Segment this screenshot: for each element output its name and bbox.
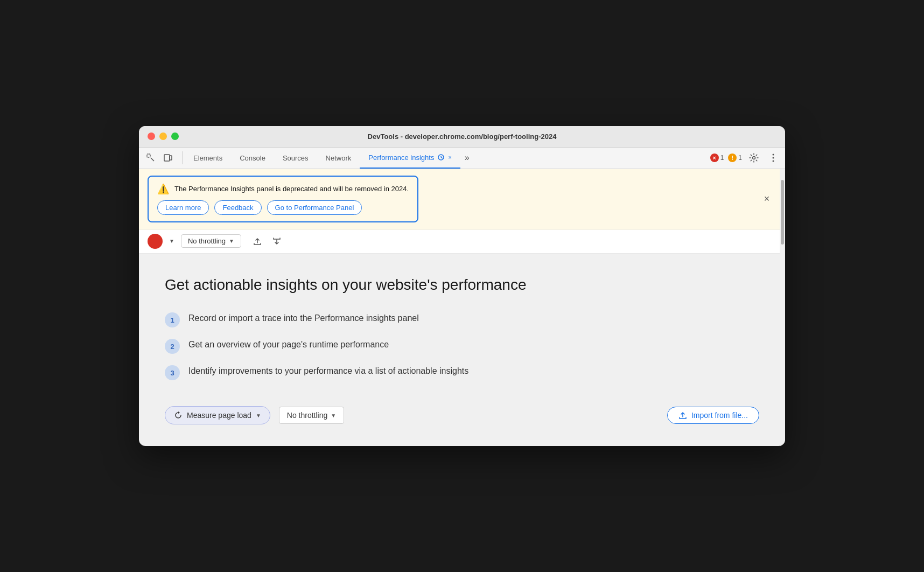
banner-message: The Performance Insights panel is deprec… <box>174 185 409 193</box>
step-text-1: Record or import a trace into the Perfor… <box>188 312 419 325</box>
step-text-3: Identify improvements to your performanc… <box>188 365 468 378</box>
import-icon[interactable] <box>269 234 284 249</box>
svg-rect-2 <box>164 155 170 161</box>
throttle-select[interactable]: No throttling ▼ <box>279 407 344 424</box>
controls-bar: ▼ No throttling ▼ <box>139 229 785 254</box>
scrollbar[interactable] <box>780 169 785 446</box>
go-to-performance-button[interactable]: Go to Performance Panel <box>267 200 362 215</box>
maximize-button[interactable] <box>171 132 179 140</box>
record-dropdown-arrow[interactable]: ▼ <box>169 238 174 244</box>
deprecation-banner-area: ⚠️ The Performance Insights panel is dep… <box>139 169 785 229</box>
toolbar-right: × 1 ! 1 <box>710 150 781 165</box>
actions-row: Measure page load ▼ No throttling ▼ Impo… <box>165 406 759 424</box>
step-item-2: 2 Get an overview of your page's runtime… <box>165 338 759 354</box>
banner-text-row: ⚠️ The Performance Insights panel is dep… <box>157 183 409 195</box>
svg-point-7 <box>753 157 755 159</box>
throttle-chevron: ▼ <box>331 413 336 418</box>
import-from-file-button[interactable]: Import from file... <box>667 407 759 424</box>
tab-console[interactable]: Console <box>231 147 274 169</box>
devtools-main: ⚠️ The Performance Insights panel is dep… <box>139 169 785 446</box>
svg-point-10 <box>773 161 774 162</box>
close-button[interactable] <box>148 132 155 140</box>
step-number-3: 3 <box>165 365 180 380</box>
steps-list: 1 Record or import a trace into the Perf… <box>165 312 759 380</box>
tab-sources[interactable]: Sources <box>274 147 317 169</box>
more-tabs-button[interactable]: » <box>460 147 474 169</box>
svg-line-1 <box>151 158 154 161</box>
minimize-button[interactable] <box>159 132 167 140</box>
devtools-toolbar: Elements Console Sources Network Perform… <box>139 148 785 169</box>
feedback-button[interactable]: Feedback <box>214 200 261 215</box>
banner-warning-icon: ⚠️ <box>157 183 169 195</box>
scrollbar-thumb[interactable] <box>781 180 784 245</box>
step-number-2: 2 <box>165 339 180 354</box>
svg-point-9 <box>773 157 774 159</box>
titlebar: DevTools - developer.chrome.com/blog/per… <box>139 126 785 148</box>
measure-page-load-button[interactable]: Measure page load ▼ <box>165 406 270 424</box>
main-content: Get actionable insights on your website'… <box>139 254 785 446</box>
page-heading: Get actionable insights on your website'… <box>165 275 759 295</box>
svg-point-8 <box>773 154 774 156</box>
export-icon[interactable] <box>250 234 265 249</box>
banner-close-button[interactable]: × <box>759 191 774 206</box>
step-number-1: 1 <box>165 312 180 327</box>
svg-line-6 <box>441 157 443 158</box>
error-badge[interactable]: × 1 <box>710 154 724 162</box>
traffic-lights <box>148 132 179 140</box>
window-title: DevTools - developer.chrome.com/blog/per… <box>368 132 557 141</box>
settings-icon[interactable] <box>746 150 761 165</box>
measure-chevron: ▼ <box>256 413 261 418</box>
deprecation-banner: ⚠️ The Performance Insights panel is dep… <box>148 176 418 222</box>
performance-icon <box>437 154 445 161</box>
learn-more-button[interactable]: Learn more <box>157 200 209 215</box>
step-item-1: 1 Record or import a trace into the Perf… <box>165 312 759 327</box>
upload-icons <box>250 234 284 249</box>
warn-badge[interactable]: ! 1 <box>728 154 742 162</box>
record-button[interactable] <box>148 234 163 249</box>
step-text-2: Get an overview of your page's runtime p… <box>188 338 389 351</box>
inspect-element-icon[interactable] <box>143 150 158 165</box>
toolbar-separator <box>182 151 183 164</box>
throttling-dropdown[interactable]: No throttling ▼ <box>181 234 241 248</box>
upload-icon <box>678 411 687 420</box>
tab-performance-insights[interactable]: Performance insights × <box>360 147 460 169</box>
devtools-content: ⚠️ The Performance Insights panel is dep… <box>139 169 785 446</box>
toolbar-icons <box>143 150 176 165</box>
svg-rect-3 <box>170 156 172 160</box>
tab-network[interactable]: Network <box>317 147 360 169</box>
tab-elements[interactable]: Elements <box>185 147 231 169</box>
more-options-icon[interactable] <box>766 150 781 165</box>
svg-rect-0 <box>147 154 150 157</box>
warning-icon: ! <box>728 154 737 162</box>
banner-buttons: Learn more Feedback Go to Performance Pa… <box>157 200 409 215</box>
refresh-icon <box>174 411 183 420</box>
devtools-window: DevTools - developer.chrome.com/blog/per… <box>139 126 785 446</box>
tab-close-icon[interactable]: × <box>448 154 451 161</box>
step-item-3: 3 Identify improvements to your performa… <box>165 365 759 380</box>
device-toolbar-icon[interactable] <box>160 150 176 165</box>
error-icon: × <box>710 154 719 162</box>
throttling-chevron: ▼ <box>229 238 234 244</box>
